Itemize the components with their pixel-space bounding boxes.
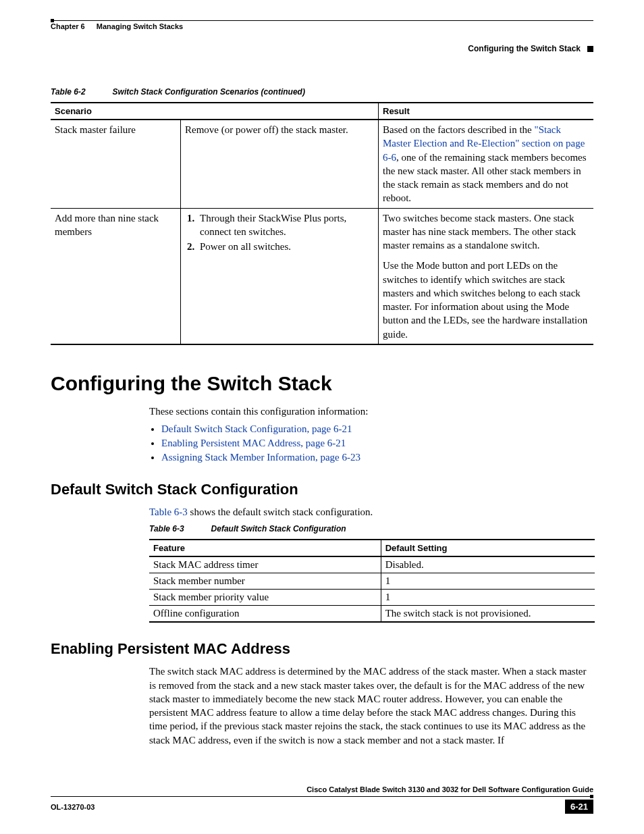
xref-persistent-mac[interactable]: Enabling Persistent MAC Address, page 6-… — [161, 438, 346, 448]
xref-default-config[interactable]: Default Switch Stack Configuration, page… — [161, 423, 352, 434]
list-item: Assigning Stack Member Information, page… — [161, 452, 593, 463]
table-6-3: Feature Default Setting Stack MAC addres… — [149, 539, 595, 623]
step-item: Through their StackWise Plus ports, conn… — [197, 211, 374, 239]
cell-action: Remove (or power off) the stack master. — [181, 120, 379, 208]
table-row: Stack member number 1 — [149, 573, 595, 590]
cell-feature: Stack MAC address timer — [149, 556, 381, 573]
step-item: Power on all switches. — [197, 240, 374, 253]
cell-result: Based on the factors described in the "S… — [379, 120, 594, 208]
xref-table-6-3[interactable]: Table 6-3 — [149, 506, 188, 517]
heading-persistent-mac: Enabling Persistent MAC Address — [51, 640, 593, 658]
heading-configuring-switch-stack: Configuring the Switch Stack — [51, 372, 593, 395]
page-number: 6-21 — [565, 800, 593, 814]
table-6-3-caption: Table 6-3Default Switch Stack Configurat… — [149, 524, 595, 533]
page-footer: Cisco Catalyst Blade Switch 3130 and 303… — [51, 785, 593, 814]
col-scenario: Scenario — [51, 103, 379, 120]
table-row: Offline configuration The switch stack i… — [149, 606, 595, 623]
table-6-3-intro: Table 6-3 shows the default switch stack… — [149, 505, 593, 519]
table-row: Add more than nine stack members Through… — [51, 208, 593, 344]
cell-scenario: Add more than nine stack members — [51, 208, 181, 344]
cell-result: Two switches become stack masters. One s… — [379, 208, 594, 344]
cell-action: Through their StackWise Plus ports, conn… — [181, 208, 379, 344]
cell-default: The switch stack is not provisioned. — [381, 606, 595, 623]
cell-feature: Offline configuration — [149, 606, 381, 623]
doc-number: OL-13270-03 — [51, 803, 95, 811]
chapter-label: Chapter 6 — [51, 22, 85, 30]
cell-default: Disabled. — [381, 556, 595, 573]
table-6-2: Scenario Result Stack master failure Rem… — [51, 102, 593, 345]
cell-default: 1 — [381, 590, 595, 606]
book-title: Cisco Catalyst Blade Switch 3130 and 303… — [51, 785, 593, 793]
cell-default: 1 — [381, 573, 595, 590]
table-row: Stack MAC address timer Disabled. — [149, 556, 595, 573]
col-result: Result — [379, 103, 594, 120]
running-header: Chapter 6 Managing Switch Stacks — [51, 22, 593, 30]
list-item: Default Switch Stack Configuration, page… — [161, 423, 593, 435]
chapter-title: Managing Switch Stacks — [97, 22, 183, 30]
cell-feature: Stack member number — [149, 573, 381, 590]
cell-feature: Stack member priority value — [149, 590, 381, 606]
col-feature: Feature — [149, 540, 381, 556]
heading-default-config: Default Switch Stack Configuration — [51, 481, 593, 498]
section-header: Configuring the Switch Stack — [51, 44, 593, 53]
col-default: Default Setting — [381, 540, 595, 556]
xref-assign-member-info[interactable]: Assigning Stack Member Information, page… — [161, 452, 360, 463]
table-row: Stack member priority value 1 — [149, 590, 595, 606]
persistent-mac-paragraph: The switch stack MAC address is determin… — [149, 664, 593, 747]
list-item: Enabling Persistent MAC Address, page 6-… — [161, 438, 593, 449]
xref-list: Default Switch Stack Configuration, page… — [161, 423, 593, 463]
table-row: Stack master failure Remove (or power of… — [51, 120, 593, 208]
table-6-2-caption: Table 6-2Switch Stack Configuration Scen… — [51, 87, 593, 97]
cell-scenario: Stack master failure — [51, 120, 181, 208]
intro-paragraph: These sections contain this configuratio… — [149, 405, 593, 418]
